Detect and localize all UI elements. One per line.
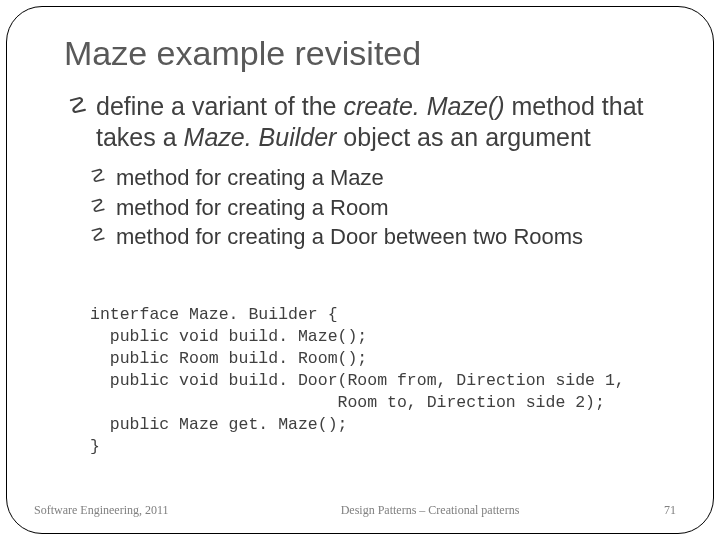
- bullet-1: ☡ define a variant of the create. Maze()…: [68, 91, 668, 152]
- slide-title: Maze example revisited: [64, 34, 682, 73]
- bullet-1-post: object as an argument: [336, 123, 590, 151]
- sub-bullet-3-text: method for creating a Door between two R…: [116, 223, 583, 251]
- bullet-icon: ☡: [68, 95, 94, 117]
- bullet-1-ital2: Maze. Builder: [184, 123, 337, 151]
- sub-bullet-1: ☡ method for creating a Maze: [90, 164, 668, 192]
- bullet-1-text: define a variant of the create. Maze() m…: [96, 91, 668, 152]
- code-block: interface Maze. Builder { public void bu…: [90, 304, 625, 458]
- bullet-icon: ☡: [90, 226, 112, 244]
- sub-bullet-2: ☡ method for creating a Room: [90, 194, 668, 222]
- slide-content: ☡ define a variant of the create. Maze()…: [68, 91, 668, 251]
- bullet-1-ital1: create. Maze(): [343, 92, 504, 120]
- bullet-icon: ☡: [90, 197, 112, 215]
- footer-left: Software Engineering, 2011: [34, 503, 244, 518]
- footer-center: Design Patterns – Creational patterns: [244, 503, 616, 518]
- sub-bullet-list: ☡ method for creating a Maze ☡ method fo…: [90, 164, 668, 251]
- sub-bullet-2-text: method for creating a Room: [116, 194, 389, 222]
- page-number: 71: [616, 503, 676, 518]
- slide: Maze example revisited ☡ define a varian…: [0, 0, 720, 540]
- bullet-icon: ☡: [90, 167, 112, 185]
- sub-bullet-1-text: method for creating a Maze: [116, 164, 384, 192]
- bullet-1-pre: define a variant of the: [96, 92, 343, 120]
- sub-bullet-3: ☡ method for creating a Door between two…: [90, 223, 668, 251]
- footer: Software Engineering, 2011 Design Patter…: [0, 503, 720, 518]
